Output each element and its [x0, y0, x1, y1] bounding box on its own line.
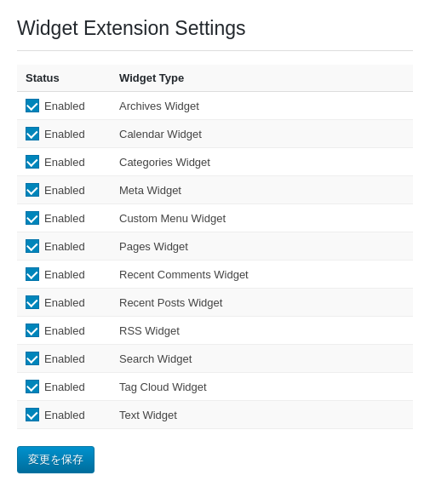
status-cell-0: Enabled	[17, 92, 111, 120]
status-cell-8: Enabled	[17, 317, 111, 345]
widget-checkbox-10[interactable]	[26, 380, 39, 393]
widget-type-cell-1: Calendar Widget	[111, 120, 413, 148]
status-label-0: Enabled	[44, 100, 85, 112]
widget-type-cell-6: Recent Comments Widget	[111, 261, 413, 289]
status-cell-11: Enabled	[17, 401, 111, 429]
table-row: EnabledRecent Posts Widget	[17, 289, 413, 317]
status-label-4: Enabled	[44, 212, 85, 225]
widget-type-cell-11: Text Widget	[111, 401, 413, 429]
status-cell-6: Enabled	[17, 261, 111, 289]
status-label-5: Enabled	[44, 240, 85, 253]
status-label-3: Enabled	[44, 184, 85, 197]
status-cell-3: Enabled	[17, 176, 111, 204]
widget-checkbox-4[interactable]	[26, 211, 39, 225]
page-container: Widget Extension Settings Status Widget …	[0, 0, 430, 504]
status-cell-5: Enabled	[17, 232, 111, 261]
status-label-11: Enabled	[44, 409, 85, 421]
widget-checkbox-9[interactable]	[26, 352, 39, 365]
table-row: EnabledRecent Comments Widget	[17, 261, 413, 289]
table-row: EnabledSearch Widget	[17, 345, 413, 373]
status-label-2: Enabled	[44, 156, 85, 169]
widget-checkbox-1[interactable]	[26, 127, 39, 140]
widget-checkbox-11[interactable]	[26, 408, 39, 421]
status-label-7: Enabled	[44, 296, 85, 309]
status-cell-1: Enabled	[17, 120, 111, 148]
col-header-status: Status	[17, 65, 111, 92]
widget-checkbox-3[interactable]	[26, 183, 39, 197]
widget-type-cell-10: Tag Cloud Widget	[111, 373, 413, 401]
widget-type-cell-9: Search Widget	[111, 345, 413, 373]
table-row: EnabledCalendar Widget	[17, 120, 413, 148]
widget-type-cell-4: Custom Menu Widget	[111, 204, 413, 232]
widget-checkbox-7[interactable]	[26, 295, 39, 309]
status-label-8: Enabled	[44, 324, 85, 337]
table-row: EnabledCategories Widget	[17, 148, 413, 176]
widget-type-cell-7: Recent Posts Widget	[111, 289, 413, 317]
widget-checkbox-5[interactable]	[26, 239, 39, 253]
widget-type-cell-2: Categories Widget	[111, 148, 413, 176]
table-row: EnabledPages Widget	[17, 232, 413, 261]
status-cell-9: Enabled	[17, 345, 111, 373]
widget-checkbox-8[interactable]	[26, 324, 39, 337]
widget-type-cell-5: Pages Widget	[111, 232, 413, 261]
table-row: EnabledCustom Menu Widget	[17, 204, 413, 232]
table-row: EnabledText Widget	[17, 401, 413, 429]
table-row: EnabledArchives Widget	[17, 92, 413, 120]
status-label-6: Enabled	[44, 268, 85, 281]
status-cell-7: Enabled	[17, 289, 111, 317]
status-cell-4: Enabled	[17, 204, 111, 232]
widget-checkbox-2[interactable]	[26, 155, 39, 169]
widget-checkbox-0[interactable]	[26, 99, 39, 112]
save-button[interactable]: 変更を保存	[17, 446, 95, 473]
table-row: EnabledTag Cloud Widget	[17, 373, 413, 401]
widget-type-cell-8: RSS Widget	[111, 317, 413, 345]
status-cell-10: Enabled	[17, 373, 111, 401]
widget-checkbox-6[interactable]	[26, 267, 39, 281]
status-label-9: Enabled	[44, 352, 85, 365]
col-header-widget-type: Widget Type	[111, 65, 413, 92]
widget-type-cell-0: Archives Widget	[111, 92, 413, 120]
status-cell-2: Enabled	[17, 148, 111, 176]
widget-type-cell-3: Meta Widget	[111, 176, 413, 204]
table-row: EnabledMeta Widget	[17, 176, 413, 204]
status-label-10: Enabled	[44, 381, 85, 393]
widget-table: Status Widget Type EnabledArchives Widge…	[17, 65, 413, 429]
table-header-row: Status Widget Type	[17, 65, 413, 92]
status-label-1: Enabled	[44, 128, 85, 140]
table-row: EnabledRSS Widget	[17, 317, 413, 345]
page-title: Widget Extension Settings	[17, 17, 413, 51]
